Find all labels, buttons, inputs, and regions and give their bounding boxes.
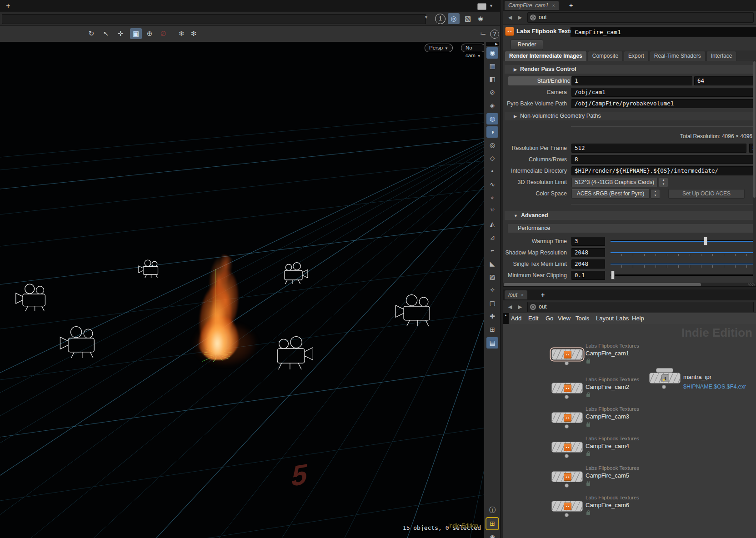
node-name-label[interactable]: CampFire_cam1	[586, 350, 629, 357]
param-label[interactable]: 3D Resolution Limit	[503, 178, 567, 187]
subsection-performance[interactable]: Performance	[508, 224, 754, 233]
node-campfire_cam6[interactable]: ▲▲	[551, 501, 583, 512]
section-render-pass-control[interactable]: ▶Render Pass Control	[505, 65, 754, 74]
menu-view[interactable]: View	[558, 313, 571, 324]
help-icon[interactable]: ?	[490, 30, 499, 39]
menu-go[interactable]: Go	[546, 313, 553, 324]
tab-export[interactable]: Export	[624, 51, 649, 61]
tab-interface[interactable]: Interface	[706, 51, 737, 61]
shadow-map-field[interactable]	[571, 248, 605, 257]
point-trails-icon[interactable]: ∿	[486, 179, 498, 190]
pane-resize-corner[interactable]	[748, 283, 755, 286]
clipping-planes-icon[interactable]: ⊞	[486, 324, 498, 335]
view-tool-icon[interactable]: ↻	[85, 28, 97, 39]
settings-flake-icon[interactable]: ✻	[188, 28, 200, 39]
param-label[interactable]: Start/End/Inc	[508, 76, 572, 85]
node-name-label[interactable]: CampFire_cam3	[586, 413, 629, 420]
normal-lights-icon[interactable]: ◍	[486, 113, 498, 125]
node-campfire_cam5[interactable]: ▲▲	[551, 471, 583, 482]
node-output-connector[interactable]	[565, 395, 569, 399]
display-options-icon[interactable]: ≔	[477, 28, 489, 39]
point-markers-icon[interactable]: ⌖	[486, 192, 498, 204]
node-name-field[interactable]: CampFire_cam1	[571, 27, 756, 37]
camera-wireframe-3[interactable]	[139, 260, 158, 278]
menu-help[interactable]: Help	[632, 313, 644, 324]
snapping-icon[interactable]: ❄	[175, 28, 187, 39]
start-frame-field[interactable]	[571, 76, 692, 85]
transparency-icon[interactable]: ▨	[486, 271, 498, 283]
lock-geometry-icon[interactable]: ◧	[486, 74, 498, 85]
3d-viewport[interactable]: 5 Persp▼ No cam▼ Indie Edition 15 object…	[0, 42, 484, 538]
show-cameras-icon[interactable]: ▣	[130, 28, 142, 39]
select-geometry-icon[interactable]: ▦	[486, 60, 498, 72]
quad-view-icon[interactable]: ⊞	[486, 518, 498, 529]
warmup-time-field[interactable]	[571, 237, 605, 246]
node-campfire_cam2[interactable]: ▲▲	[551, 383, 583, 394]
section-advanced[interactable]: ▼Advanced	[505, 211, 754, 220]
no-cam-button[interactable]: No cam▼	[461, 44, 484, 52]
add-tab-button[interactable]: +	[538, 290, 547, 299]
node-output-connector[interactable]	[662, 385, 666, 389]
close-icon[interactable]: ×	[552, 3, 555, 8]
single-tex-field[interactable]	[571, 259, 605, 269]
group-bounds-icon[interactable]: ▢	[486, 298, 498, 309]
camera-wireframe-4[interactable]	[285, 263, 308, 284]
resolution-limit-dropdown[interactable]: 512^3 (4~11GB Graphics Cards)	[571, 178, 658, 187]
scrollbar-thumb[interactable]	[504, 283, 701, 286]
node-output-flag[interactable]	[656, 368, 673, 373]
disable-lights-icon[interactable]: ⊘	[486, 87, 498, 98]
spinner-stepper[interactable]: ▲▼	[651, 189, 660, 199]
shaded-view-icon[interactable]: ◉	[486, 47, 498, 59]
select-tool-icon[interactable]: ↖	[100, 28, 112, 39]
node-name-label[interactable]: mantra_ipr	[683, 374, 711, 380]
back-icon[interactable]: ◀	[506, 303, 515, 311]
node-name-label[interactable]: CampFire_cam5	[586, 472, 629, 479]
section-non-volumetric[interactable]: ▶Non-volumetric Geometry Paths	[505, 112, 754, 120]
menu-edit[interactable]: Edit	[528, 313, 538, 324]
node-name-label[interactable]: CampFire_cam6	[586, 502, 629, 508]
resolution-field[interactable]	[571, 144, 746, 153]
intermediate-directory-field[interactable]	[571, 166, 756, 175]
origin-axes-icon[interactable]: ✚	[486, 311, 498, 322]
columns-rows-field[interactable]	[571, 155, 756, 164]
chevron-down-icon[interactable]: ▼	[489, 4, 493, 8]
node-output-connector[interactable]	[565, 454, 569, 458]
param-label[interactable]: Single Tex Mem Limit	[503, 259, 567, 269]
visibility-icon[interactable]: ◉	[486, 532, 498, 538]
node-campfire_cam1[interactable]: ▲▲	[551, 349, 583, 360]
menu-tools[interactable]: Tools	[576, 313, 589, 324]
forward-icon[interactable]: ▶	[516, 303, 525, 311]
primitive-normals-icon[interactable]: ◭	[486, 219, 498, 230]
setup-ocio-aces-button[interactable]: Set Up OCIO ACES	[668, 189, 745, 199]
zoom-region-icon[interactable]: ⊕	[144, 28, 155, 39]
headlight-only-icon[interactable]: ◈	[486, 100, 498, 111]
shadow-map-slider[interactable]	[611, 248, 755, 256]
network-path-field[interactable]: out	[527, 12, 754, 23]
group-list-icon[interactable]: ✧	[486, 284, 498, 296]
param-label[interactable]: Columns/Rows	[503, 155, 567, 164]
primitive-numbers-icon[interactable]: ⊿	[486, 232, 498, 243]
geometry-cube-icon[interactable]: ▧	[462, 13, 474, 24]
param-pane-tab[interactable]: CampFire_cam1×	[505, 1, 559, 10]
tab-composite[interactable]: Composite	[588, 51, 623, 61]
node-output-connector[interactable]	[565, 483, 569, 488]
scrollbar-thumb[interactable]	[753, 61, 756, 198]
node-output-connector[interactable]	[565, 361, 569, 365]
forward-icon[interactable]: ▶	[516, 13, 525, 21]
pyro-bake-path-field[interactable]	[571, 99, 756, 108]
spinner-stepper[interactable]: ▲▼	[659, 178, 668, 187]
shaded-primitives-icon[interactable]: ◣	[486, 258, 498, 269]
point-numbers-icon[interactable]: ¹²	[486, 205, 498, 217]
menu-layout[interactable]: Layout	[596, 313, 614, 324]
node-name-label[interactable]: CampFire_cam2	[586, 384, 629, 390]
param-label[interactable]: Pyro Bake Volume Path	[503, 99, 567, 108]
back-icon[interactable]: ◀	[506, 13, 515, 21]
param-label[interactable]: Warmup Time	[503, 237, 567, 246]
menubar-collapse-icon[interactable]: ▲	[503, 313, 509, 324]
min-near-clip-slider[interactable]	[611, 271, 755, 279]
new-pane-tab-button[interactable]: +	[4, 1, 13, 10]
network-canvas[interactable]: Indie Edition ▲▲Labs Flipbook TexturesCa…	[503, 324, 756, 538]
min-near-clip-field[interactable]	[571, 271, 605, 280]
network-pane-tab[interactable]: /out×	[505, 290, 527, 299]
snapshot-icon[interactable]: ▤	[486, 337, 498, 349]
